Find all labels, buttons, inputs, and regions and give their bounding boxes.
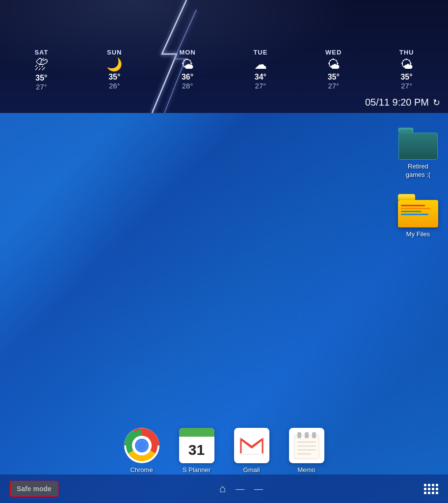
bottom-navigation-bar: Safe mode ⌂ — — — [0, 475, 448, 503]
memo-label: Memo — [297, 466, 315, 474]
svg-rect-10 — [297, 432, 301, 438]
folder-tab — [398, 128, 413, 133]
temp-high-mon: 36° — [182, 73, 193, 82]
temp-high-wed: 35° — [328, 73, 340, 82]
splanner-label: S Planner — [183, 466, 211, 474]
weather-icon-sat: ⛈ — [34, 58, 48, 72]
weather-icon-tue: ☁ — [254, 58, 267, 71]
folder-my-files[interactable]: My Files — [398, 194, 438, 239]
folder-retired-games[interactable]: Retired games :( — [398, 128, 438, 179]
weather-day-thu: THU 🌤 35° 27° — [370, 47, 443, 93]
temp-high-sun: 35° — [108, 73, 120, 82]
desktop: Retired games :( My Files — [0, 113, 448, 503]
desktop-icons: Retired games :( My Files — [398, 128, 438, 239]
weather-datetime: 05/11 9:20 PM ↻ — [0, 93, 448, 113]
page-indicator-1[interactable]: — — [236, 484, 244, 494]
datetime-text: 05/11 9:20 PM — [365, 97, 429, 108]
gmail-m-icon — [239, 436, 264, 455]
splanner-icon: 31 — [179, 428, 214, 463]
folder-myfiles-body — [398, 200, 438, 227]
folder-myfiles-label: My Files — [406, 230, 430, 239]
temp-low-wed: 27° — [328, 82, 339, 90]
gmail-icon — [234, 428, 269, 463]
folder-myfiles-tab — [398, 194, 415, 200]
folder-retired-label: Retired games :( — [406, 163, 431, 179]
weather-day-sat: SAT ⛈ 35° 27° — [5, 47, 78, 93]
weather-day-tue: TUE ☁ 34° 27° — [224, 47, 297, 93]
temp-low-tue: 27° — [255, 82, 266, 90]
day-name-wed: WED — [325, 49, 342, 56]
dock-app-splanner[interactable]: 31 S Planner — [179, 428, 214, 474]
weather-icon-mon: 🌤 — [181, 58, 194, 71]
day-name-mon: MON — [179, 49, 195, 56]
splanner-header — [179, 428, 214, 437]
page-indicator-2[interactable]: — — [254, 484, 263, 494]
all-apps-button[interactable] — [424, 484, 438, 494]
temp-high-tue: 34° — [255, 73, 266, 82]
memo-icon — [289, 428, 324, 463]
day-name-thu: THU — [399, 49, 414, 56]
home-button[interactable]: ⌂ — [219, 482, 226, 495]
memo-notepad-icon — [293, 431, 320, 460]
chrome-icon — [124, 428, 159, 463]
weather-widget: SAT ⛈ 35° 27° SUN 🌙 35° 26° MON 🌤 36° 28… — [0, 0, 448, 113]
splanner-number: 31 — [188, 442, 205, 458]
temp-high-thu: 35° — [400, 73, 412, 82]
day-name-sun: SUN — [107, 49, 122, 56]
app-dock: Chrome 31 S Planner — [0, 428, 448, 474]
weather-day-sun: SUN 🌙 35° 26° — [78, 47, 151, 93]
svg-rect-9 — [294, 435, 319, 459]
weather-day-mon: MON 🌤 36° 28° — [151, 47, 224, 93]
temp-low-thu: 27° — [401, 82, 412, 90]
chrome-label: Chrome — [130, 466, 153, 474]
folder-retired-icon — [398, 128, 438, 160]
nav-buttons: ⌂ — — — [219, 482, 263, 495]
weather-icon-thu: 🌤 — [400, 58, 413, 71]
temp-low-mon: 28° — [182, 82, 193, 90]
temp-high-sat: 35° — [35, 74, 47, 83]
folder-body — [398, 133, 438, 160]
safe-mode-badge: Safe mode — [10, 481, 58, 497]
day-name-sat: SAT — [34, 49, 48, 56]
gmail-label: Gmail — [243, 466, 260, 474]
svg-rect-12 — [312, 432, 316, 438]
weather-icon-sun: 🌙 — [106, 58, 122, 71]
temp-low-sun: 26° — [109, 82, 120, 90]
svg-rect-11 — [305, 432, 309, 438]
day-name-tue: TUE — [253, 49, 267, 56]
weather-day-wed: WED 🌤 35° 27° — [297, 47, 370, 93]
dock-app-memo[interactable]: Memo — [289, 428, 324, 474]
refresh-icon[interactable]: ↻ — [433, 97, 440, 108]
svg-point-5 — [137, 441, 147, 450]
folder-myfiles-icon — [398, 194, 438, 227]
weather-days-row: SAT ⛈ 35° 27° SUN 🌙 35° 26° MON 🌤 36° 28… — [0, 42, 448, 93]
dock-app-chrome[interactable]: Chrome — [124, 428, 159, 474]
temp-low-sat: 27° — [36, 83, 47, 91]
weather-icon-wed: 🌤 — [327, 58, 340, 71]
folder-lines — [401, 205, 435, 215]
splanner-body: 31 — [179, 437, 214, 463]
dock-app-gmail[interactable]: Gmail — [234, 428, 269, 474]
